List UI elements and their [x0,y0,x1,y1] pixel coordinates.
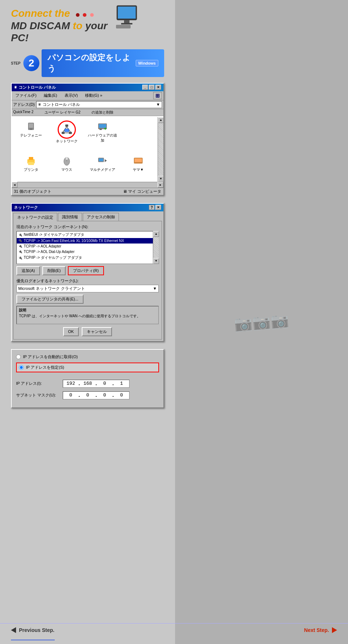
printer-label: プリンタ [24,167,38,172]
network-dialog: ネットワーク ? ✕ ネットワークの設定 識別情報 アクセスの制御 現在のネット… [11,203,164,342]
maximize-button[interactable]: □ [149,85,155,90]
menu-go[interactable]: 移動(G) » [83,92,104,99]
ip-dialog: IP アドレスを自動的に取得(O) IP アドレスを指定(S) IP アドレス(… [11,349,164,408]
step-banner-area: STEP 2 パソコンの設定をしよう Windows [11,49,164,77]
icon-misc[interactable]: ヤマ▼ [122,153,155,179]
menu-edit[interactable]: 編集(E) [42,92,59,99]
ip-address-row: IP アドレス(I): 192 . 168 . 0 . 1 [16,380,159,388]
subnet-dot-1: . [78,392,81,398]
network-section-label: 現在のネットワーク コンポーネント(N): [16,224,159,230]
address-icon: 🖥 [38,103,41,106]
header-quicktime: QuickTime 2 [13,110,34,115]
control-panel-content: QuickTime 2 ユーザー レイヤー G2 の追加と削除 [12,109,163,188]
icon-multimedia[interactable]: マルチメディア [86,153,119,179]
ip-dot-2: . [94,381,97,387]
ip-seg-4: 1 [116,381,127,386]
address-dropdown-icon[interactable]: ▼ [156,102,160,107]
cancel-button[interactable]: キャンセル [82,327,112,336]
scroll-down-arrow[interactable]: ▼ [158,176,163,182]
step-banner-text: パソコンの設定をしよう [47,52,136,74]
svg-rect-28 [135,158,142,162]
menu-file[interactable]: ファイル(F) [13,92,39,99]
net-item-tcpip-dialup[interactable]: 🔌 TCP/IP -> ダイヤルアップ アダプタ [17,254,158,261]
remove-button[interactable]: 削除(E) [42,266,66,275]
tab-access-control[interactable]: アクセスの制御 [83,213,119,221]
scroll-right-arrow[interactable]: ► [158,182,163,188]
content-header: QuickTime 2 ユーザー レイヤー G2 の追加と削除 [12,109,163,116]
subnet-dot-3: . [112,392,115,398]
icon-telephony[interactable]: テレフォニー [15,119,47,150]
net-item-tcpip-aol-dialup[interactable]: 🔌 TCP/IP -> AOL Dial-Up Adapter [17,249,158,254]
svg-rect-1 [118,7,136,19]
title-line1: Connect the [11,7,120,20]
network-buttons-row: 追加(A) 削除(E) プロパティ(R) [16,266,159,275]
address-label: アドレス(D) [13,102,35,107]
list-scroll-track [153,237,159,258]
svg-text:+: + [104,126,107,131]
scroll-left-arrow[interactable]: ◄ [12,182,18,188]
file-share-button[interactable]: ファイルとプリンタの共有(E)... [16,295,84,304]
ip-seg-3: 0 [99,381,110,386]
icon-mouse[interactable]: マウス [50,153,83,179]
horizontal-scrollbar[interactable]: ◄ ► [12,182,163,188]
icon-printer[interactable]: プリンタ [15,153,47,179]
net-item-tcpip-aol[interactable]: 🔌 TCP/IP -> AOL Adapter [17,244,158,249]
subnet-mask-label: サブネット マスク(U): [16,392,60,398]
svg-rect-14 [65,129,69,132]
logon-dropdown[interactable]: Microsoft ネットワーク クライアント ▼ [16,285,159,292]
next-step-button[interactable]: Next Step. [304,627,337,633]
ip-address-input[interactable]: 192 . 168 . 0 . 1 [63,380,129,388]
svg-rect-6 [29,123,33,128]
radio-specify[interactable] [19,365,24,370]
address-box[interactable]: 🖥 コントロール パネル ▼ [36,101,162,108]
pc-graphic [113,4,142,29]
telephony-icon [25,120,37,132]
address-bar: アドレス(D) 🖥 コントロール パネル ▼ [12,100,163,109]
titlebar-icon: 🖥 [14,85,17,89]
radio-auto[interactable] [16,354,21,359]
ok-button[interactable]: OK [63,327,79,336]
icon-network-wrapper[interactable]: ネットワーク [50,119,83,150]
vertical-scrollbar[interactable]: ▲ ▼ [158,117,163,182]
properties-button[interactable]: プロパティ(R) [68,266,104,275]
net-item-netbeui[interactable]: 🔌 NetBEUI -> ダイヤルアップ アダプタ [17,231,158,238]
tab-network-settings[interactable]: ネットワークの設定 [13,213,57,221]
tcpip-dialup-text: TCP/IP -> ダイヤルアップ アダプタ [24,255,82,260]
description-box: 説明 TCP/IP は、インターネットや WAN への接続に使用するプロトコルで… [16,306,159,324]
list-scrollbar[interactable]: ▲ ▼ [153,231,159,264]
help-button[interactable]: ? [149,205,155,210]
tcpip-dialup-icon: 🔌 [18,256,22,260]
network-close-button[interactable]: ✕ [155,205,161,210]
subnet-mask-input[interactable]: 0 . 0 . 0 . 0 [63,391,129,399]
icon-hardware[interactable]: + ハードウェアの追加 [86,119,119,150]
svg-rect-4 [116,25,131,28]
close-button[interactable]: ✕ [155,85,161,90]
previous-step-button[interactable]: Previous Step. [11,627,54,633]
add-button[interactable]: 追加(A) [16,266,40,275]
misc-icon [132,155,144,166]
net-item-tcpip-3com[interactable]: 🔌 TCP/IP -> 3Com Fast EtherLink XL 10/10… [17,238,158,244]
step-circle: 2 [23,55,39,71]
network-dialog-title: ネットワーク [14,205,38,210]
tcpip-aol-dialup-icon: 🔌 [18,250,22,253]
scroll-up-arrow[interactable]: ▲ [158,117,163,123]
menu-view[interactable]: 表示(V) [62,92,80,99]
network-tabs: ネットワークの設定 識別情報 アクセスの制御 [13,213,162,221]
network-dialog-body: 現在のネットワーク コンポーネント(N): 🔌 NetBEUI -> ダイヤルア… [13,221,162,340]
subnet-dot-2: . [94,392,97,398]
md-discam-text: MD DISCAM [11,20,73,31]
tab-identification[interactable]: 識別情報 [58,213,82,221]
list-scroll-down[interactable]: ▼ [153,258,159,264]
tcpip-aol-icon: 🔌 [18,244,22,248]
scroll-track [158,123,163,176]
list-scroll-up[interactable]: ▲ [153,231,159,237]
address-value: コントロール パネル [43,102,80,107]
netbeui-icon: 🔌 [18,233,22,237]
prev-arrow-icon [11,627,16,633]
minimize-button[interactable]: _ [142,85,148,90]
status-count: 31 個のオブジェクト [14,189,51,194]
network-listbox[interactable]: 🔌 NetBEUI -> ダイヤルアップ アダプタ 🔌 TCP/IP -> 3C… [16,231,159,264]
radio-auto-row: IP アドレスを自動的に取得(O) [16,354,159,360]
description-text: TCP/IP は、インターネットや WAN への接続に使用するプロトコルです。 [19,314,156,319]
ip-dot-3: . [112,381,115,387]
